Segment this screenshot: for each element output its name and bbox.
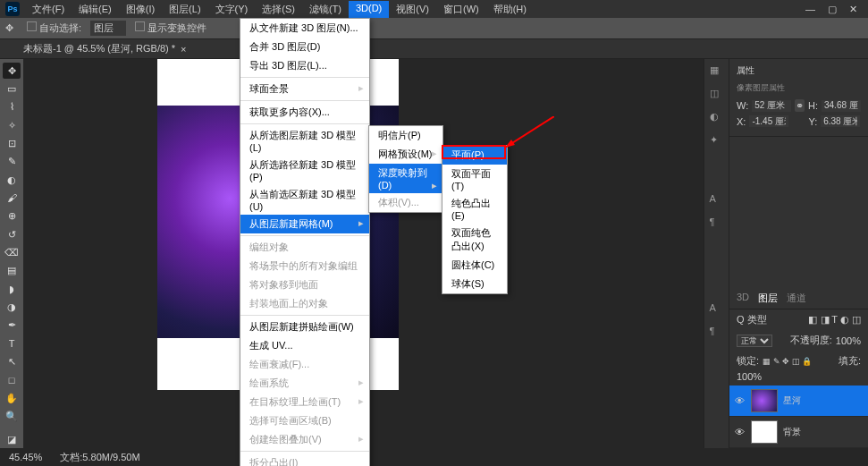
hand-tool[interactable]: ✋ bbox=[3, 390, 21, 406]
character-panel-icon[interactable]: A bbox=[710, 193, 724, 208]
menu-item[interactable]: 导出 3D 图层(L)... bbox=[240, 56, 369, 75]
menu-滤镜[interactable]: 滤镜(T) bbox=[302, 1, 349, 18]
zoom-level[interactable]: 45.45% bbox=[9, 452, 42, 462]
submenu-item[interactable]: 深度映射到(D)▸ bbox=[369, 164, 442, 193]
3d-menu-dropdown: 从文件新建 3D 图层(N)...合并 3D 图层(D)导出 3D 图层(L).… bbox=[240, 18, 370, 466]
move-tool[interactable]: ✥ bbox=[3, 63, 21, 79]
layer-name: 星河 bbox=[783, 394, 801, 407]
swatches-panel-icon[interactable]: ◫ bbox=[710, 88, 724, 102]
layers-tab[interactable]: 3D bbox=[737, 292, 749, 305]
target-dropdown[interactable]: 图层 bbox=[90, 21, 126, 36]
eyedropper-tool[interactable]: ✎ bbox=[3, 154, 21, 170]
menu-3D[interactable]: 3D(D) bbox=[349, 1, 389, 18]
paragraph-panel-icon[interactable]: ¶ bbox=[710, 216, 724, 231]
showcontrols-checkbox[interactable] bbox=[135, 21, 145, 31]
submenu-item[interactable]: 明信片(P) bbox=[369, 126, 442, 145]
path-tool[interactable]: ↖ bbox=[3, 353, 21, 369]
width-label: W: bbox=[737, 100, 748, 111]
menu-视图[interactable]: 视图(V) bbox=[389, 1, 436, 18]
options-bar: ✥ 自动选择: 图层 显示变换控件 bbox=[0, 18, 868, 39]
submenu-item[interactable]: 平面(P) bbox=[442, 146, 507, 165]
minimize-icon[interactable]: — bbox=[805, 4, 815, 15]
visibility-icon[interactable]: 👁 bbox=[735, 427, 746, 437]
submenu-item[interactable]: 网格预设(M)▸ bbox=[369, 145, 442, 164]
stamp-tool[interactable]: ⊕ bbox=[3, 208, 21, 225]
menu-文字[interactable]: 文字(Y) bbox=[208, 1, 256, 18]
brush-tool[interactable]: 🖌 bbox=[3, 190, 21, 206]
maximize-icon[interactable]: ▢ bbox=[828, 4, 837, 15]
lock-icons[interactable]: ▦ ✎ ✥ ◫ 🔒 bbox=[763, 357, 812, 366]
menu-窗口[interactable]: 窗口(W) bbox=[436, 1, 486, 18]
menu-item: 创建绘图叠加(V)▸ bbox=[240, 430, 369, 449]
submenu-item: 体积(V)... bbox=[369, 193, 442, 212]
menu-选择[interactable]: 选择(S) bbox=[255, 1, 302, 18]
shape-tool[interactable]: □ bbox=[3, 372, 21, 388]
move-tool-icon: ✥ bbox=[5, 22, 18, 35]
menu-item: 拆分凸出(I) bbox=[240, 453, 369, 466]
menu-item[interactable]: 合并 3D 图层(D) bbox=[240, 38, 369, 56]
showcontrols-label: 显示变换控件 bbox=[147, 22, 206, 33]
link-wh-icon[interactable]: ⚭ bbox=[795, 99, 805, 112]
eraser-tool[interactable]: ⌫ bbox=[3, 244, 21, 260]
crop-tool[interactable]: ⊡ bbox=[3, 135, 21, 151]
lasso-tool[interactable]: ⌇ bbox=[3, 99, 21, 115]
wand-tool[interactable]: ✧ bbox=[3, 117, 21, 133]
gradient-tool[interactable]: ▤ bbox=[3, 263, 21, 279]
close-tab-icon[interactable]: × bbox=[181, 44, 186, 55]
color-swatch[interactable]: ◪ bbox=[3, 432, 21, 448]
blend-mode-select[interactable]: 正常 bbox=[737, 335, 772, 347]
menu-item[interactable]: 从图层新建网格(M)▸ bbox=[240, 215, 369, 233]
menu-编辑[interactable]: 编辑(E) bbox=[72, 1, 119, 18]
submenu-item[interactable]: 球体(S) bbox=[442, 275, 507, 293]
menu-图层[interactable]: 图层(L) bbox=[162, 1, 207, 18]
layer-row[interactable]: 👁背景 bbox=[729, 417, 868, 448]
type-tool[interactable]: T bbox=[3, 335, 21, 352]
zoom-tool[interactable]: 🔍 bbox=[3, 408, 21, 424]
layer-row[interactable]: 👁星河 bbox=[729, 386, 868, 417]
menu-文件[interactable]: 文件(F) bbox=[25, 1, 72, 18]
dodge-tool[interactable]: ◑ bbox=[3, 299, 21, 315]
layers-tab[interactable]: 图层 bbox=[758, 292, 778, 305]
menu-帮助[interactable]: 帮助(H) bbox=[486, 1, 534, 18]
submenu-item[interactable]: 纯色凸出(E) bbox=[442, 194, 507, 224]
x-label: X: bbox=[737, 116, 746, 127]
menu-item[interactable]: 从所选路径新建 3D 模型(P) bbox=[240, 156, 369, 185]
visibility-icon[interactable]: 👁 bbox=[735, 395, 746, 406]
menu-item[interactable]: 获取更多内容(X)... bbox=[240, 103, 369, 122]
menu-item: 将对象移到地面 bbox=[240, 275, 369, 294]
submenu-item[interactable]: 圆柱体(C) bbox=[442, 256, 507, 275]
color-panel-icon[interactable]: ▦ bbox=[710, 64, 724, 79]
x-input[interactable] bbox=[749, 115, 788, 127]
menu-item[interactable]: 从图层新建拼贴绘画(W) bbox=[240, 318, 369, 336]
healing-tool[interactable]: ◐ bbox=[3, 172, 21, 188]
menu-item[interactable]: 从所选图层新建 3D 模型(L) bbox=[240, 126, 369, 156]
history-brush-tool[interactable]: ↺ bbox=[3, 226, 21, 242]
document-tab[interactable]: 未标题-1 @ 45.5% (星河, RGB/8) * bbox=[23, 42, 175, 55]
depth-map-submenu: 平面(P)双面平面(T)纯色凸出(E)双面纯色凸出(X)圆柱体(C)球体(S) bbox=[442, 145, 508, 294]
marquee-tool[interactable]: ▭ bbox=[3, 80, 21, 97]
height-input[interactable] bbox=[822, 100, 861, 112]
fill-value[interactable]: 100% bbox=[737, 371, 762, 382]
menu-item[interactable]: 从当前选区新建 3D 模型(U) bbox=[240, 185, 369, 215]
menu-item[interactable]: 生成 UV... bbox=[240, 336, 369, 355]
layer-filter-label: Q 类型 bbox=[737, 313, 767, 326]
ps-logo-icon: Ps bbox=[5, 2, 20, 16]
menu-item[interactable]: 球面全景▸ bbox=[240, 80, 369, 98]
width-input[interactable] bbox=[752, 100, 791, 112]
menu-图像[interactable]: 图像(I) bbox=[119, 1, 162, 18]
character2-panel-icon[interactable]: A bbox=[710, 302, 724, 317]
height-label: H: bbox=[808, 100, 818, 111]
y-input[interactable] bbox=[821, 115, 860, 127]
paragraph2-panel-icon[interactable]: ¶ bbox=[710, 326, 724, 340]
layers-tab[interactable]: 通道 bbox=[787, 292, 806, 305]
submenu-item[interactable]: 双面平面(T) bbox=[442, 165, 507, 194]
adjustments-panel-icon[interactable]: ◐ bbox=[710, 111, 724, 125]
menu-item[interactable]: 从文件新建 3D 图层(N)... bbox=[240, 19, 369, 38]
submenu-item[interactable]: 双面纯色凸出(X) bbox=[442, 224, 507, 256]
blur-tool[interactable]: ◗ bbox=[3, 281, 21, 297]
styles-panel-icon[interactable]: ✦ bbox=[710, 134, 724, 148]
opacity-value[interactable]: 100% bbox=[836, 335, 861, 346]
autoselect-checkbox[interactable] bbox=[27, 21, 37, 31]
close-icon[interactable]: ✕ bbox=[849, 4, 857, 15]
pen-tool[interactable]: ✒ bbox=[3, 318, 21, 334]
